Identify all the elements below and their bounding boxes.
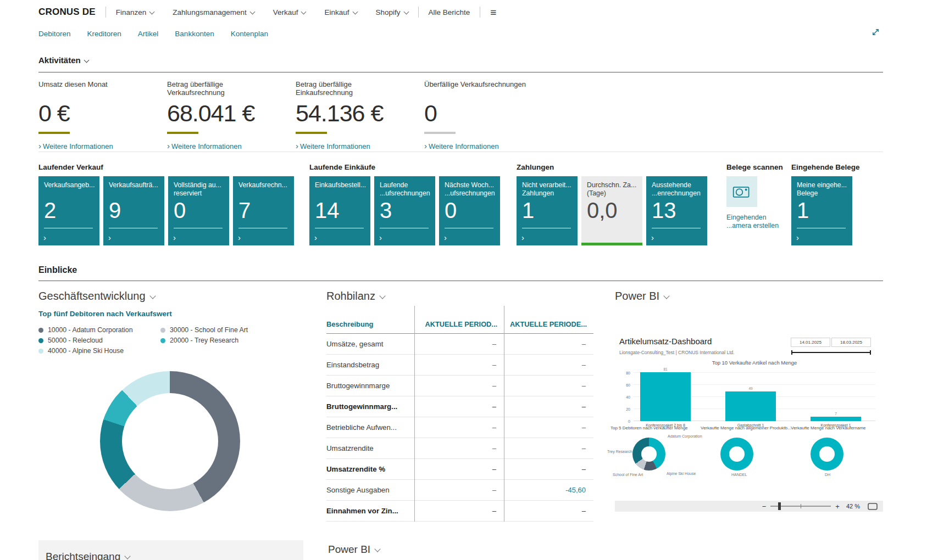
- chevron-down-icon: [352, 9, 358, 14]
- insights-heading: Einblicke: [38, 265, 883, 275]
- tile-einkaufsbestellungen[interactable]: Einkaufsbestell... 14 ›: [309, 176, 370, 245]
- date-range-slider[interactable]: [791, 350, 871, 355]
- legend-dot: [38, 328, 43, 333]
- tile-value: 7: [238, 198, 294, 223]
- donut-top5-debitoren: Top 5 Debitoren nach verkaufter Menge Ad…: [610, 425, 698, 487]
- business-development-panel: Geschäftsentwicklung Top fünf Debitoren …: [38, 290, 302, 522]
- powerbi-heading[interactable]: Power BI: [615, 290, 883, 303]
- table-row: Umsatzrendite––: [326, 438, 593, 459]
- business-development-heading[interactable]: Geschäftsentwicklung: [38, 290, 302, 303]
- tile-value: 2: [44, 198, 99, 223]
- bar-gastabschnitt-1[interactable]: 49: [725, 391, 776, 421]
- zoom-slider[interactable]: [770, 506, 831, 507]
- zoom-in-button[interactable]: +: [835, 503, 840, 510]
- chevron-down-icon: [379, 293, 385, 299]
- kpi-ueberfaellige-verkaufsrechnung-betrag: Betrag überfällige Verkaufsrechnung 68.0…: [167, 81, 296, 150]
- scan-camera-button[interactable]: [726, 176, 757, 207]
- y-axis-tick: 40: [620, 395, 630, 399]
- more-information-link[interactable]: ›Weitere Informationen: [38, 141, 167, 150]
- table-row: Umsätze, gesamt––: [326, 334, 593, 355]
- trial-balance-heading[interactable]: Rohbilanz: [326, 290, 593, 303]
- donut-label: School of Fine Art: [613, 473, 643, 477]
- donut-chart[interactable]: [632, 438, 665, 471]
- chevron-down-icon: [301, 9, 307, 14]
- table-row: Einnahmen vor Zin...––: [326, 501, 593, 522]
- section-divider: [38, 72, 883, 72]
- donut-label: Trey Research: [607, 450, 632, 453]
- trial-balance-panel: Rohbilanz Beschreibung AKTUELLE PERIOD..…: [326, 290, 593, 522]
- chevron-down-icon: [84, 58, 89, 63]
- insights-columns: Geschäftsentwicklung Top fünf Debitoren …: [38, 290, 883, 522]
- subnav-debitoren[interactable]: Debitoren: [38, 30, 71, 38]
- bar-value-label: 7: [811, 412, 861, 416]
- tile-laufende-einkaufsrechnungen[interactable]: Laufende...ufsrechnungen 3 ›: [374, 176, 435, 245]
- tile-durchschn-zahlungsdauer[interactable]: Durchschn. Za...(Tage) 0,0 ›: [581, 176, 642, 245]
- subnav-kreditoren[interactable]: Kreditoren: [87, 30, 121, 38]
- more-information-link[interactable]: ›Weitere Informationen: [167, 141, 296, 150]
- chevron-right-icon: ›: [424, 141, 427, 150]
- fit-to-page-button[interactable]: [868, 503, 878, 510]
- more-information-link[interactable]: ›Weitere Informationen: [296, 141, 424, 150]
- chevron-down-icon: [374, 546, 380, 552]
- y-axis-tick: 0: [620, 419, 630, 423]
- subnav-bankkonten[interactable]: Bankkonten: [175, 30, 214, 38]
- green-indicator-bar: [581, 243, 642, 245]
- tile-value: 9: [109, 198, 164, 223]
- tile-verkaufsangebote[interactable]: Verkaufsangeb... 2 ›: [38, 176, 99, 245]
- donut-label: DH: [825, 473, 830, 477]
- tile-meine-eingehenden-belege[interactable]: Meine eingehe...Belege 1 ›: [791, 176, 852, 245]
- expand-page-icon[interactable]: [871, 27, 880, 39]
- nav-menu-einkauf[interactable]: Einkauf: [324, 8, 357, 16]
- scan-camera-link[interactable]: Eingehenden...amera erstellen: [726, 214, 786, 231]
- tile-vollstaendig-reserviert[interactable]: Vollständig au...reserviert 0 ›: [168, 176, 229, 245]
- table-header: Beschreibung AKTUELLE PERIOD... AKTUELLE…: [326, 320, 593, 334]
- bar-konferenzpaket-2-bis-8[interactable]: 81: [640, 372, 691, 421]
- donut-label: HANDEL: [731, 473, 747, 477]
- tile-nicht-verarbeitete-zahlungen[interactable]: Nicht verarbeit...Zahlungen 1 ›: [517, 176, 578, 245]
- date-from-field[interactable]: 14.01.2025: [791, 338, 830, 347]
- top-customers-donut-chart[interactable]: [100, 371, 240, 511]
- fit-screen-icon: [868, 503, 878, 510]
- tile-value: 14: [315, 198, 370, 223]
- chevron-down-icon: [249, 9, 255, 14]
- company-name[interactable]: CRONUS DE: [38, 7, 96, 18]
- nav-menu-shopify[interactable]: Shopify: [376, 8, 408, 16]
- bar-konferenzpaket-1[interactable]: 7: [811, 417, 861, 421]
- nav-all-reports[interactable]: Alle Berichte: [429, 8, 470, 16]
- tile-verkaufsauftraege[interactable]: Verkaufsaufträ... 9 ›: [103, 176, 164, 245]
- tile-naechste-woche-einkaufsrechnungen[interactable]: Nächste Woch......ufsrechnungen 0 ›: [439, 176, 500, 245]
- nav-menu-zahlungsmanagement[interactable]: Zahlungsmanagement: [173, 8, 254, 16]
- kpi-value[interactable]: 68.041 €: [167, 100, 296, 127]
- chart-subtitle: Top fünf Debitoren nach Verkaufswert: [38, 310, 302, 318]
- nav-menu-verkauf[interactable]: Verkauf: [273, 8, 306, 16]
- table-row: Einstandsbetrag––: [326, 355, 593, 376]
- kpi-ueberfaellige-verkaufsrechnungen: Überfällige Verkaufsrechnungen 0 ›Weiter…: [424, 81, 553, 150]
- powerbi-panel: Power BI Artikelumsatz-Dashboard Lionsga…: [615, 290, 883, 522]
- powerbi-bottom-heading[interactable]: Power BI: [328, 544, 380, 556]
- tile-value: 1: [797, 198, 852, 223]
- bottom-row: Berichtseingang Power BI: [38, 540, 883, 560]
- activities-heading[interactable]: Aktivitäten: [38, 55, 883, 65]
- zoom-slider-handle[interactable]: [778, 502, 781, 510]
- kpi-value[interactable]: 0: [424, 100, 553, 127]
- chevron-right-icon: ›: [38, 141, 41, 150]
- kpi-value[interactable]: 0 €: [38, 100, 167, 127]
- chevron-right-icon: ›: [173, 233, 176, 242]
- nav-menu-finanzen[interactable]: Finanzen: [116, 8, 154, 16]
- chevron-right-icon: ›: [314, 233, 317, 242]
- tile-verkaufsrechnungen[interactable]: Verkaufsrechn... 7 ›: [233, 176, 294, 245]
- donut-chart[interactable]: [811, 438, 843, 471]
- tile-ausstehende-zahlungenrechnungen[interactable]: Ausstehende...enrechnungen 13 ›: [646, 176, 707, 245]
- more-information-link[interactable]: ›Weitere Informationen: [424, 141, 553, 150]
- donut-chart[interactable]: [720, 438, 753, 471]
- kpi-underline: [296, 132, 327, 134]
- subnav-artikel[interactable]: Artikel: [138, 30, 159, 38]
- group-zahlungen: Zahlungen Nicht verarbeit...Zahlungen 1 …: [517, 163, 707, 245]
- kpi-value[interactable]: 54.136 €: [296, 100, 424, 127]
- zoom-out-button[interactable]: −: [762, 503, 767, 510]
- more-options-menu-icon[interactable]: ≡: [490, 7, 496, 18]
- report-inbox-heading[interactable]: Berichtseingang: [46, 551, 303, 560]
- legend-dot: [160, 338, 165, 343]
- subnav-kontenplan[interactable]: Kontenplan: [231, 30, 268, 38]
- date-to-field[interactable]: 18.03.2025: [831, 338, 871, 347]
